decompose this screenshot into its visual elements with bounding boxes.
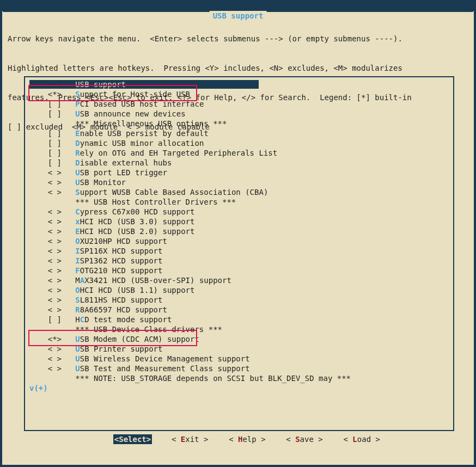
list-item[interactable]: < > Support WUSB Cable Based Association… (29, 187, 449, 197)
options-list-box: --- USB support <*> Support for Host-sid… (24, 76, 454, 431)
list-item[interactable]: [ ] Dynamic USB minor allocation (29, 138, 449, 148)
more-indicator[interactable]: v(+) (29, 383, 449, 393)
help-line-1: Arrow keys navigate the menu. <Enter> se… (8, 34, 468, 44)
options-list[interactable]: --- USB support <*> Support for Host-sid… (25, 77, 453, 395)
list-item[interactable]: *** USB Device Class drivers *** (29, 324, 449, 334)
list-item[interactable]: < > OXU210HP HCD support (29, 236, 449, 246)
list-item[interactable]: < > SL811HS HCD support (29, 295, 449, 305)
main-panel: USB support Arrow keys navigate the menu… (2, 11, 474, 465)
list-item[interactable]: [ ] Disable external hubs (29, 158, 449, 168)
exit-button[interactable]: < Exit > (170, 434, 209, 444)
list-item[interactable]: [ ] HCD test mode support (29, 315, 449, 324)
list-item[interactable]: < > USB Wireless Device Management suppo… (29, 354, 449, 364)
help-button[interactable]: < Help > (228, 434, 266, 444)
list-item[interactable]: <*> Support for Host-side USB (29, 89, 449, 99)
list-item[interactable]: [ ] USB announce new devices (29, 109, 449, 119)
list-item[interactable]: --- USB support (29, 79, 449, 89)
list-item[interactable]: < > USB Monitor (29, 177, 449, 187)
list-item[interactable]: [ ] Enable USB persist by default (29, 128, 449, 138)
list-item[interactable]: *** USB Host Controller Drivers *** (29, 197, 449, 207)
panel-title: USB support (210, 11, 267, 21)
list-item[interactable]: [ ] PCI based USB host interface (29, 99, 449, 109)
list-item[interactable]: < > xHCI HCD (USB 3.0) support (29, 217, 449, 226)
load-button[interactable]: < Load > (342, 434, 381, 444)
list-item[interactable]: < > USB Printer support (29, 344, 449, 354)
list-item[interactable]: *** Miscellaneous USB options *** (29, 119, 449, 128)
list-item[interactable]: < > R8A66597 HCD support (29, 305, 449, 315)
list-item[interactable]: < > Cypress C67x00 HCD support (29, 207, 449, 217)
list-item[interactable]: < > OHCI HCD (USB 1.1) support (29, 285, 449, 295)
save-button[interactable]: < Save > (285, 434, 324, 444)
help-line-2: Highlighted letters are hotkeys. Pressin… (8, 63, 468, 73)
list-item[interactable]: <*> USB Modem (CDC ACM) support (29, 334, 449, 344)
select-button[interactable]: <Select> (113, 434, 152, 444)
button-bar: <Select> < Exit > < Help > < Save > < Lo… (3, 425, 473, 454)
list-item[interactable]: [ ] Rely on OTG and EH Targeted Peripher… (29, 148, 449, 158)
list-item[interactable]: < > USB Test and Measurement Class suppo… (29, 364, 449, 373)
list-item[interactable]: < > ISP1362 HCD support (29, 256, 449, 266)
list-item[interactable]: *** NOTE: USB_STORAGE depends on SCSI bu… (29, 373, 449, 383)
list-item[interactable]: < > FOTG210 HCD support (29, 266, 449, 275)
list-item[interactable]: < > ISP116X HCD support (29, 246, 449, 256)
list-item[interactable]: < > USB port LED trigger (29, 168, 449, 177)
list-item[interactable]: < > EHCI HCD (USB 2.0) support (29, 226, 449, 236)
list-item[interactable]: < > MAX3421 HCD (USB-over-SPI) support (29, 275, 449, 285)
